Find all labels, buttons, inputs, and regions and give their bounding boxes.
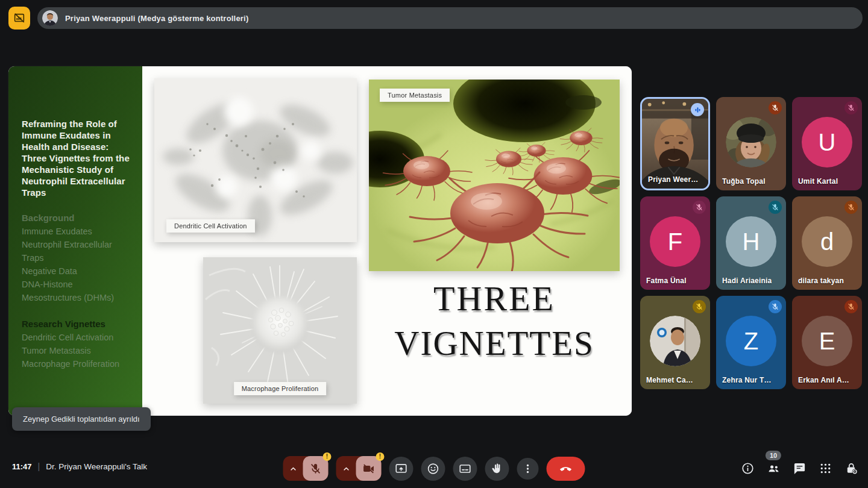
- call-controls: ! !: [283, 456, 585, 481]
- end-call-button[interactable]: [547, 457, 585, 481]
- leave-notification-toast: Zeynep Gedikli toplantıdan ayrıldı: [12, 407, 151, 431]
- meeting-info: 11:47 | Dr. Priyan Weerappuli's Talk: [12, 461, 147, 471]
- camera-off-icon: [362, 462, 376, 475]
- participant-tile-umit[interactable]: U Umit Kartal: [792, 97, 862, 190]
- participant-tile-zehra[interactable]: Z Zehra Nur T…: [716, 296, 786, 389]
- more-dots-icon: [521, 462, 535, 475]
- participant-tile-fatma[interactable]: F Fatma Ünal: [640, 196, 710, 290]
- mic-off-icon: [769, 201, 782, 214]
- outline-item: Negative Data: [22, 264, 131, 278]
- chat-panel-button[interactable]: [792, 461, 807, 475]
- activities-button[interactable]: [818, 461, 832, 475]
- panel-controls: 10: [740, 461, 858, 475]
- camera-warning-badge: !: [376, 452, 385, 461]
- mic-off-icon: [769, 101, 782, 114]
- people-panel-button[interactable]: 10: [766, 461, 781, 475]
- slide-deck-title: Reframing the Role of Immune Exudates in…: [22, 118, 131, 198]
- participant-count-badge: 10: [766, 451, 781, 460]
- host-controls-button[interactable]: [844, 461, 858, 475]
- raise-hand-button[interactable]: [485, 457, 509, 481]
- participant-name: Mehmet Ca…: [646, 376, 693, 384]
- participant-name: Tuğba Topal: [722, 177, 766, 186]
- participant-tile-priyan[interactable]: Priyan Weer…: [640, 97, 710, 190]
- participant-tile-tugba[interactable]: Tuğba Topal: [716, 97, 786, 190]
- mic-options-chevron-icon[interactable]: [283, 456, 304, 481]
- dendritic-cell-image: Dendritic Cell Activation: [154, 78, 357, 242]
- participant-tile-hadi[interactable]: H Hadi Ariaeinia: [716, 196, 786, 290]
- participant-tile-mehmet[interactable]: Mehmet Ca…: [640, 296, 710, 389]
- meet-window: Priyan Weerappuli (Medya gösterme kontro…: [0, 0, 868, 488]
- mic-off-icon: [309, 462, 322, 475]
- mic-off-icon: [693, 201, 706, 214]
- avatar-initial: E: [802, 316, 852, 366]
- present-screen-button[interactable]: [389, 457, 414, 481]
- presentation-slide: Reframing the Role of Immune Exudates in…: [8, 66, 632, 416]
- more-options-button[interactable]: [517, 458, 539, 480]
- participant-grid: Priyan Weer…: [640, 97, 862, 389]
- avatar-initial: d: [802, 216, 852, 267]
- lock-icon: [844, 461, 858, 475]
- avatar-photo: [650, 316, 700, 366]
- participant-tile-erkan[interactable]: E Erkan Anıl A…: [792, 296, 862, 389]
- avatar-initial: H: [726, 216, 776, 267]
- slide-headline: THREE VIGNETTES: [369, 278, 620, 363]
- clock: 11:47: [12, 462, 32, 471]
- participant-name: Erkan Anıl A…: [798, 376, 849, 384]
- image-caption-dendritic: Dendritic Cell Activation: [166, 219, 255, 233]
- captions-button[interactable]: [453, 457, 477, 481]
- avatar-initial: Z: [726, 316, 776, 366]
- outline-heading-background: Background: [22, 211, 131, 225]
- image-caption-tumor: Tumor Metastasis: [380, 89, 450, 102]
- slide-outline-panel: Reframing the Role of Immune Exudates in…: [8, 66, 142, 416]
- hand-icon: [491, 462, 504, 475]
- mic-off-icon: [844, 201, 858, 214]
- participant-name: Fatma Ünal: [646, 277, 687, 285]
- presenter-banner-text: Priyan Weerappuli (Medya gösterme kontro…: [65, 14, 248, 23]
- people-icon: [767, 461, 781, 475]
- participant-name: Umit Kartal: [798, 177, 838, 186]
- mic-off-icon: [844, 300, 858, 313]
- divider: |: [38, 461, 40, 471]
- headline-line2: VIGNETTES: [369, 324, 620, 363]
- outline-heading-vignettes: Research Vignettes: [22, 318, 131, 331]
- info-icon: [741, 461, 755, 475]
- mic-off-icon: [844, 101, 858, 114]
- outline-item: Macrophage Proliferation: [22, 357, 131, 371]
- avatar-initial: U: [802, 117, 852, 167]
- smile-icon: [427, 462, 440, 475]
- apps-grid-icon: [819, 461, 832, 475]
- camera-control[interactable]: !: [336, 456, 382, 481]
- captions-icon: [459, 462, 472, 475]
- mic-off-icon: [769, 300, 782, 313]
- headline-line1: THREE: [369, 278, 620, 319]
- presenter-avatar: [42, 10, 58, 26]
- outline-item: Neutrophil Extracellular Traps: [22, 238, 131, 264]
- presenter-banner[interactable]: Priyan Weerappuli (Medya gösterme kontro…: [37, 7, 863, 29]
- mic-warning-badge: !: [323, 452, 332, 461]
- media-blocked-icon: [13, 11, 26, 25]
- slide-content: Dendritic Cell Activation: [142, 66, 632, 416]
- participant-name: Priyan Weer…: [648, 175, 699, 184]
- camera-options-chevron-icon[interactable]: [336, 456, 357, 481]
- outline-item: DNA-Histone Mesostructures (DHMs): [22, 278, 131, 304]
- participant-name: Hadi Ariaeinia: [722, 277, 772, 285]
- present-screen-icon: [395, 462, 408, 475]
- mic-control[interactable]: !: [283, 456, 329, 481]
- reactions-button[interactable]: [421, 457, 445, 481]
- participant-name: dilara takyan: [798, 277, 844, 285]
- chat-icon: [793, 461, 807, 475]
- tumor-metastasis-image: Tumor Metastasis: [369, 80, 620, 271]
- image-caption-macrophage: Macrophage Proliferation: [234, 382, 327, 395]
- outline-item: Dendritic Cell Activation: [22, 331, 131, 344]
- participant-name: Zehra Nur T…: [722, 376, 772, 384]
- avatar-photo: [726, 117, 776, 167]
- meeting-title: Dr. Priyan Weerappuli's Talk: [46, 462, 147, 471]
- participant-tile-dilara[interactable]: d dilara takyan: [792, 196, 862, 290]
- media-blocked-indicator[interactable]: [8, 7, 30, 30]
- meeting-details-button[interactable]: [740, 461, 755, 475]
- outline-item: Tumor Metastasis: [22, 344, 131, 357]
- outline-item: Immune Exudates: [22, 225, 131, 238]
- macrophage-image: Macrophage Proliferation: [203, 257, 357, 404]
- mic-off-icon: [693, 300, 706, 313]
- end-call-icon: [559, 461, 573, 476]
